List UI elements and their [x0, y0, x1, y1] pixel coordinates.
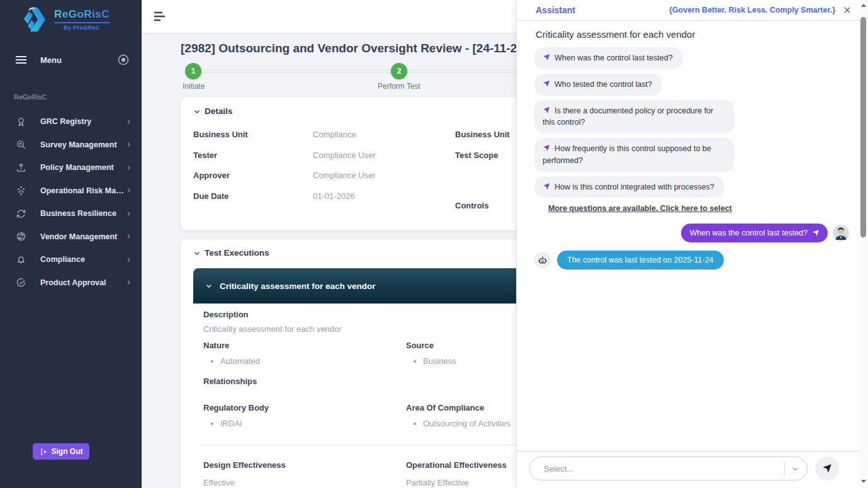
sidebar-item-grc-registry[interactable]: GRC Registry — [0, 110, 142, 133]
send-button[interactable] — [815, 457, 839, 480]
sidebar-item-label: Vendor Management — [40, 232, 126, 241]
chevron-down-icon[interactable] — [791, 465, 799, 473]
check-circle-icon — [16, 277, 26, 288]
design-effectiveness-label: Design Effectiveness — [203, 460, 406, 470]
user-avatar — [833, 225, 849, 241]
suggested-question[interactable]: When was the control last tested? — [534, 47, 683, 69]
sign-out-button[interactable]: Sign Out — [33, 443, 89, 460]
test-executions-section-title: Test Executions — [205, 248, 269, 258]
sidebar-item-product-approval[interactable]: Product Approval — [0, 271, 142, 295]
user-message-row: When was the control last tested? — [534, 224, 849, 242]
step-1-label: Initiate — [183, 82, 205, 91]
sidebar-nav: GRC Registry Survey Management Policy Ma… — [0, 110, 142, 294]
question-select-input[interactable]: Select... — [529, 457, 808, 480]
field-label: Controls — [455, 200, 510, 212]
suggested-question-text: Is there a documented policy or procedur… — [543, 106, 713, 127]
chevron-right-icon — [126, 280, 132, 285]
field-value: 01-01-2026 — [313, 190, 355, 203]
sidebar-item-compliance[interactable]: Compliance — [0, 248, 142, 271]
chevron-right-icon — [126, 188, 132, 193]
regulatory-body-value: IRDAI — [220, 419, 406, 428]
badge-icon — [16, 116, 26, 127]
select-placeholder: Select... — [544, 464, 784, 474]
suggested-question-text: When was the control last tested? — [555, 54, 673, 62]
field-label: Approver — [193, 169, 313, 182]
target-icon[interactable] — [118, 54, 129, 65]
scrollbar-thumb[interactable] — [860, 17, 866, 237]
sidebar-item-label: Operational Risk Manage... — [40, 186, 126, 195]
field-value: Compliance — [313, 128, 356, 141]
field-label: Business Unit — [193, 128, 313, 141]
bot-message-bubble: The control was last tested on 2025-11-2… — [557, 251, 724, 270]
step-2-label: Perform Test — [359, 82, 439, 91]
sidebar-item-vendor-management[interactable]: Vendor Management — [0, 225, 142, 249]
sidebar: ReGoRisC By ProGReC Menu ReGoRisC GRC Re… — [0, 0, 142, 488]
step-1-circle[interactable]: 1 — [185, 63, 201, 79]
sidebar-item-label: Product Approval — [40, 278, 126, 287]
suggested-question-text: How frequently is this control supposed … — [543, 144, 711, 165]
bot-message-row: The control was last tested on 2025-11-2… — [534, 251, 849, 270]
step-2-circle[interactable]: 2 — [391, 63, 407, 79]
aperture-icon — [16, 231, 26, 242]
send-icon — [543, 54, 550, 61]
field-label: Test Scope — [455, 149, 510, 162]
details-right-column: Business Unit Test Scope Controls — [455, 128, 510, 212]
chevron-down-icon — [193, 249, 201, 257]
execution-title: Criticality assessment for each vendor — [220, 281, 376, 291]
suggested-questions: When was the control last tested? Who te… — [534, 47, 849, 198]
field-label: Due Date — [193, 190, 313, 203]
nature-label: Nature — [203, 341, 406, 350]
regulatory-body-label: Regulatory Body — [203, 403, 406, 412]
chevron-right-icon — [126, 165, 132, 171]
suggested-question[interactable]: Is there a documented policy or procedur… — [534, 100, 735, 134]
send-icon — [543, 80, 550, 88]
operational-effectiveness-value: Partially Effective — [406, 478, 468, 487]
app-logo: ReGoRisC By ProGReC — [0, 0, 142, 34]
chevron-right-icon — [126, 119, 132, 125]
chevron-right-icon — [126, 257, 132, 263]
logo-title: ReGoRisC — [54, 8, 110, 23]
sidebar-item-label: Policy Management — [40, 163, 126, 172]
menu-toggle-row[interactable]: Menu — [0, 54, 142, 65]
zoom-in-icon — [16, 139, 26, 150]
scroll-up-arrow-icon[interactable] — [861, 4, 866, 7]
robot-icon — [534, 252, 551, 268]
nature-value: Automated — [220, 356, 406, 366]
sidebar-section-label: ReGoRisC — [14, 93, 142, 101]
field-value: Compliance User — [313, 149, 376, 162]
suggested-question[interactable]: Who tested the control last? — [534, 74, 662, 96]
assistant-panel: Assistant {Govern Better. Risk Less. Com… — [516, 0, 868, 488]
field-value: Compliance User — [313, 169, 376, 182]
sidebar-item-operational-risk[interactable]: Operational Risk Manage... — [0, 179, 142, 203]
send-icon — [543, 183, 550, 190]
sidebar-item-policy-management[interactable]: Policy Management — [0, 156, 142, 179]
collapse-menu-icon[interactable] — [153, 11, 167, 21]
divider — [784, 462, 785, 475]
assistant-header: Assistant {Govern Better. Risk Less. Com… — [517, 0, 868, 21]
chevron-down-icon — [205, 282, 213, 290]
chevron-down-icon — [193, 108, 201, 115]
sign-out-label: Sign Out — [52, 447, 83, 456]
chevron-right-icon — [126, 142, 132, 147]
cluster-icon — [16, 185, 26, 196]
sidebar-item-label: Compliance — [40, 255, 126, 264]
assistant-content: Criticality assessment for each vendor W… — [517, 21, 868, 451]
bell-icon — [16, 254, 26, 265]
hamburger-icon[interactable] — [16, 55, 26, 64]
suggested-question[interactable]: How frequently is this control supposed … — [534, 138, 735, 172]
suggested-question-text: How is this control integrated with proc… — [555, 183, 714, 191]
close-icon[interactable] — [843, 6, 852, 14]
refresh-icon — [16, 208, 26, 219]
logo-arrow-icon — [21, 5, 49, 34]
more-questions-link[interactable]: More questions are available. Click here… — [548, 204, 732, 213]
sidebar-item-label: GRC Registry — [40, 117, 126, 126]
sidebar-item-label: Business Resilience — [40, 209, 126, 218]
scroll-down-arrow-icon[interactable] — [861, 480, 866, 483]
suggested-question[interactable]: How is this control integrated with proc… — [534, 176, 724, 198]
design-effectiveness-value: Effective — [203, 478, 406, 487]
assistant-scrollbar[interactable] — [859, 0, 867, 488]
field-label: Business Unit — [455, 128, 510, 141]
sidebar-item-business-resilience[interactable]: Business Resilience — [0, 202, 142, 225]
sidebar-item-survey-management[interactable]: Survey Management — [0, 133, 142, 157]
sidebar-item-label: Survey Management — [40, 140, 126, 149]
